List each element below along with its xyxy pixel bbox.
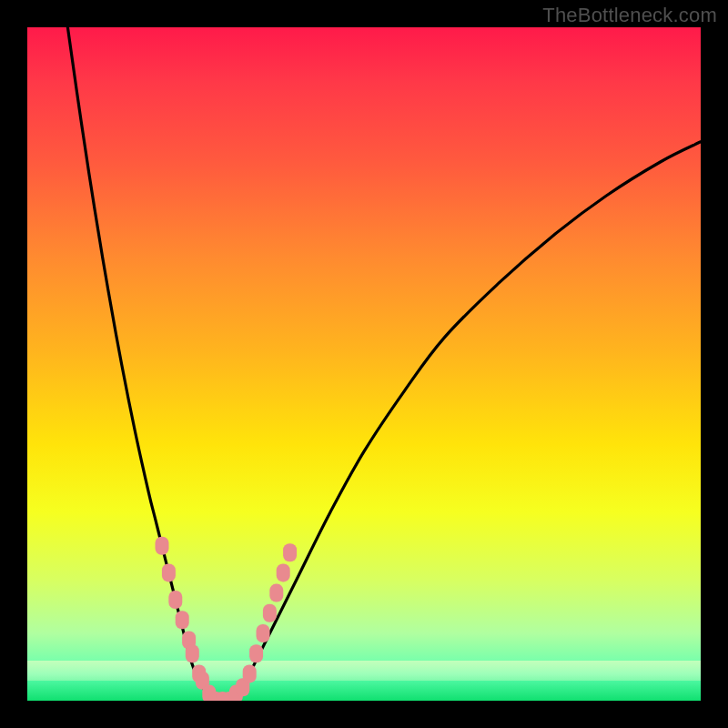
- bottleneck-curve: [67, 27, 701, 701]
- chart-frame: TheBottleneck.com: [0, 0, 728, 728]
- curve-layer: [27, 27, 701, 701]
- data-marker: [162, 563, 176, 581]
- data-marker: [277, 563, 290, 581]
- data-marker: [186, 644, 199, 662]
- data-marker: [156, 537, 169, 555]
- data-marker: [269, 584, 283, 602]
- data-marker: [249, 644, 263, 662]
- data-marker: [243, 664, 257, 682]
- data-marker: [263, 604, 277, 622]
- data-marker: [257, 624, 270, 642]
- data-marker: [283, 543, 297, 561]
- plot-area: [27, 27, 701, 701]
- data-marker: [176, 611, 189, 629]
- data-marker: [168, 591, 182, 609]
- watermark-text: TheBottleneck.com: [542, 4, 717, 27]
